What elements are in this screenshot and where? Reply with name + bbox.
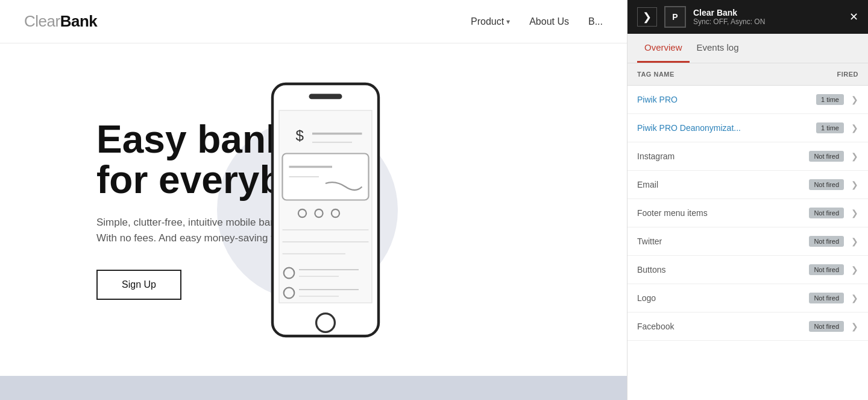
chevron-right-icon: ❯: [851, 208, 858, 218]
row-right: 1 time ❯: [816, 122, 858, 133]
not-fired-badge: Not fired: [809, 151, 844, 162]
row-right: Not fired ❯: [809, 208, 858, 218]
panel-rows: Piwik PRO 1 time ❯ Piwik PRO Deanonymiza…: [627, 86, 868, 400]
col-tag-name-label: TAG NAME: [637, 71, 675, 78]
svg-rect-2: [279, 110, 372, 303]
nav-about-link[interactable]: About Us: [529, 16, 569, 27]
row-right: Not fired ❯: [809, 293, 858, 303]
logo[interactable]: ClearBank: [24, 12, 97, 31]
panel-logo-box: P: [664, 6, 686, 28]
nav-item-product[interactable]: Product ▾: [471, 16, 510, 27]
row-name: Buttons: [637, 265, 809, 275]
not-fired-badge: Not fired: [809, 208, 844, 218]
row-name: Instagram: [637, 151, 809, 161]
tab-events-log[interactable]: Events log: [690, 34, 746, 63]
panel-header: ❯ P Clear Bank Sync: OFF, Async: ON ✕: [627, 0, 868, 34]
logo-clear: Clear: [24, 12, 60, 30]
navbar: ClearBank Product ▾ About Us B...: [0, 0, 627, 43]
chevron-right-icon: ❯: [851, 151, 858, 161]
table-row[interactable]: Piwik PRO 1 time ❯: [627, 86, 868, 114]
row-name: Logo: [637, 293, 809, 303]
side-panel: ❯ P Clear Bank Sync: OFF, Async: ON ✕ Ov…: [627, 0, 868, 400]
nav-links: Product ▾ About Us B...: [471, 16, 603, 27]
not-fired-badge: Not fired: [809, 321, 844, 332]
chevron-down-icon: ▾: [506, 17, 510, 26]
panel-tabs: Overview Events log: [627, 34, 868, 63]
row-right: Not fired ❯: [809, 321, 858, 332]
chevron-right-icon: ❯: [851, 123, 858, 133]
chevron-right-icon: ❯: [851, 322, 858, 331]
row-right: Not fired ❯: [809, 179, 858, 190]
svg-text:$: $: [296, 127, 304, 143]
panel-site-status: Sync: OFF, Async: ON: [693, 17, 842, 26]
panel-nav-button[interactable]: ❯: [637, 7, 657, 27]
nav-more-link[interactable]: B...: [588, 16, 603, 27]
chevron-right-icon: ❯: [851, 265, 858, 275]
chevron-right-icon: ❯: [851, 293, 858, 303]
row-right: Not fired ❯: [809, 264, 858, 275]
footer-bar: [0, 376, 627, 400]
row-right: Not fired ❯: [809, 151, 858, 162]
nav-item-more[interactable]: B...: [588, 16, 603, 27]
signup-button[interactable]: Sign Up: [96, 270, 181, 300]
table-row[interactable]: Facebook Not fired ❯: [627, 313, 868, 341]
svg-rect-1: [309, 94, 342, 99]
row-name: Twitter: [637, 237, 809, 246]
nav-item-about[interactable]: About Us: [529, 16, 569, 27]
not-fired-badge: Not fired: [809, 236, 844, 247]
table-row[interactable]: Piwik PRO Deanonymizat... 1 time ❯: [627, 114, 868, 142]
col-fired-label: FIRED: [837, 71, 859, 78]
row-right: Not fired ❯: [809, 236, 858, 247]
not-fired-badge: Not fired: [809, 179, 844, 190]
col-right-headers: FIRED: [837, 71, 859, 78]
table-row[interactable]: Buttons Not fired ❯: [627, 256, 868, 284]
fired-badge: 1 time: [816, 122, 844, 133]
tab-overview[interactable]: Overview: [637, 34, 690, 63]
table-row[interactable]: Twitter Not fired ❯: [627, 227, 868, 256]
row-name: Piwik PRO Deanonymizat...: [637, 123, 816, 133]
table-row[interactable]: Logo Not fired ❯: [627, 284, 868, 313]
row-right: 1 time ❯: [816, 94, 858, 105]
chevron-right-icon: ❯: [851, 237, 858, 246]
not-fired-badge: Not fired: [809, 264, 844, 275]
table-row[interactable]: Email Not fired ❯: [627, 171, 868, 199]
row-name: Footer menu items: [637, 208, 809, 218]
hero-section: Easy banking for everybody Simple, clutt…: [0, 43, 627, 376]
panel-table-header: TAG NAME FIRED: [627, 63, 868, 86]
panel-site-name: Clear Bank: [693, 8, 842, 17]
chevron-right-icon: ❯: [851, 180, 858, 189]
row-name: Piwik PRO: [637, 95, 816, 104]
chevron-right-icon: ❯: [851, 95, 858, 104]
phone-illustration: $: [259, 77, 392, 343]
table-row[interactable]: Instagram Not fired ❯: [627, 142, 868, 171]
logo-bank: Bank: [60, 12, 98, 30]
row-name: Facebook: [637, 322, 809, 331]
not-fired-badge: Not fired: [809, 293, 844, 303]
panel-close-button[interactable]: ✕: [849, 10, 858, 24]
website-area: ClearBank Product ▾ About Us B... Easy b…: [0, 0, 627, 400]
row-name: Email: [637, 180, 809, 189]
nav-product-link[interactable]: Product: [471, 16, 504, 27]
fired-badge: 1 time: [816, 94, 844, 105]
table-row[interactable]: Footer menu items Not fired ❯: [627, 199, 868, 227]
panel-site-info: Clear Bank Sync: OFF, Async: ON: [693, 8, 842, 26]
panel-logo-letter: P: [672, 12, 678, 22]
